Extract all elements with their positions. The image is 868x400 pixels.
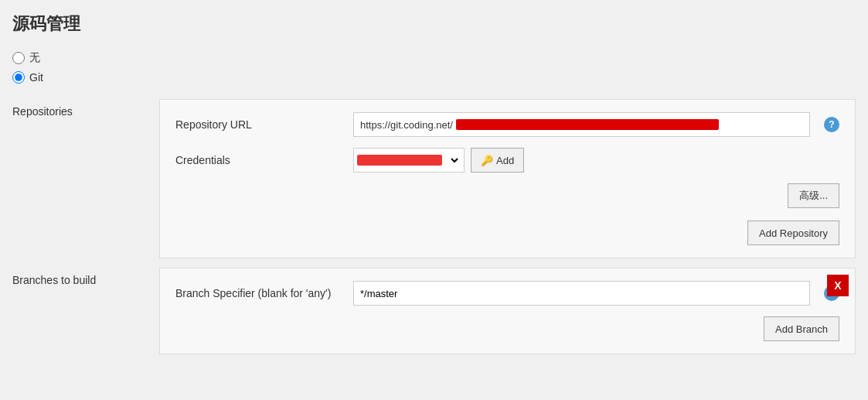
branches-content: X Branch Specifier (blank for 'any') ? A…: [159, 268, 856, 354]
repositories-section: Repositories Repository URL https://git.…: [12, 99, 856, 258]
repo-url-label: Repository URL: [175, 118, 345, 131]
credentials-select[interactable]: [445, 149, 461, 171]
branch-specifier-label: Branch Specifier (blank for 'any'): [175, 287, 345, 299]
branch-specifier-row: Branch Specifier (blank for 'any') ?: [175, 281, 839, 306]
repo-button-area: 高级... Add Repository: [175, 183, 839, 245]
credentials-add-button[interactable]: 🔑 Add: [471, 148, 524, 173]
key-icon: 🔑: [481, 155, 493, 166]
radio-item-git[interactable]: Git: [12, 71, 856, 84]
repo-url-input[interactable]: https://git.coding.net/: [353, 112, 810, 137]
scm-radio-group: 无 Git: [12, 51, 856, 84]
repo-url-row: Repository URL https://git.coding.net/ ?: [175, 112, 839, 137]
branch-button-area: Add Branch: [175, 316, 839, 341]
scm-none-label: 无: [29, 51, 40, 65]
repositories-content: Repository URL https://git.coding.net/ ?…: [159, 99, 856, 258]
branch-specifier-input[interactable]: [353, 281, 810, 306]
advanced-button[interactable]: 高级...: [788, 183, 839, 208]
branches-section: Branches to build X Branch Specifier (bl…: [12, 268, 856, 354]
branches-label: Branches to build: [12, 268, 159, 286]
credentials-row: Credentials 🔑 Add: [175, 148, 839, 173]
radio-item-none[interactable]: 无: [12, 51, 856, 65]
credentials-redacted: [357, 155, 442, 166]
url-redacted-block: [456, 119, 719, 130]
scm-git-radio[interactable]: [12, 71, 25, 84]
repositories-label: Repositories: [12, 99, 159, 118]
add-repository-button[interactable]: Add Repository: [747, 221, 839, 245]
page-title: 源码管理: [12, 12, 856, 36]
scm-none-radio[interactable]: [12, 52, 25, 64]
url-text-prefix: https://git.coding.net/: [360, 119, 453, 131]
credentials-label: Credentials: [175, 154, 345, 166]
add-branch-button[interactable]: Add Branch: [764, 316, 839, 341]
scm-git-label: Git: [29, 71, 43, 84]
close-branch-button[interactable]: X: [827, 275, 849, 296]
credentials-add-label: Add: [496, 155, 514, 166]
repo-url-help-icon[interactable]: ?: [824, 117, 839, 132]
